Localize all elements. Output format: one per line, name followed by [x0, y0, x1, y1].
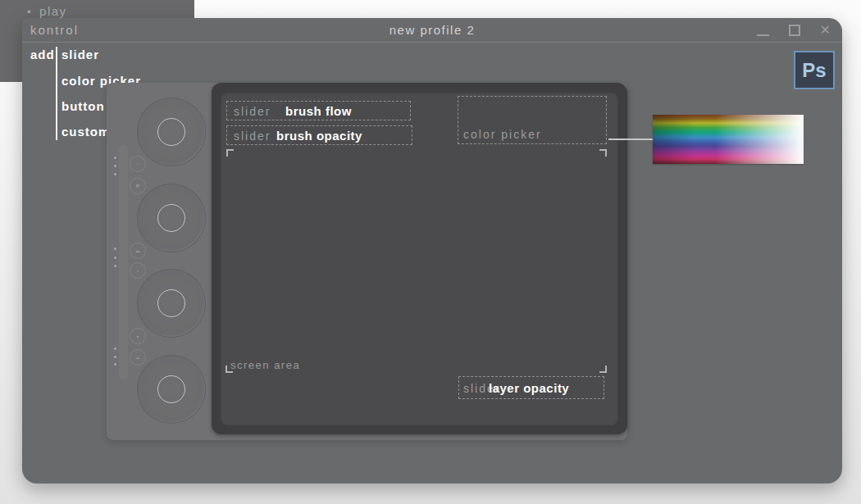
drop-zone-color-picker[interactable]: color picker [458, 96, 607, 144]
device-button-6[interactable]: ▵ [130, 349, 146, 366]
add-menu-item-button[interactable]: button [61, 99, 105, 113]
window-controls: ✕ [757, 18, 831, 43]
bullet-icon: • [27, 6, 32, 18]
square-icon: ▫ [137, 268, 139, 274]
photoshop-icon-label: Ps [802, 59, 826, 82]
zone-assignment-label: layer opacity [489, 381, 569, 395]
led-dot [114, 347, 116, 350]
add-menu-item-custom[interactable]: custom [61, 125, 110, 138]
menu-item-play-label: play [39, 4, 67, 18]
screen-area-label: screen area [230, 359, 300, 371]
device-side-strip [119, 145, 128, 379]
led-dot [114, 247, 116, 250]
knob-2[interactable] [137, 184, 206, 252]
knob-2-cap [157, 204, 185, 232]
color-gradient-preview [653, 115, 803, 164]
selection-corner-top-right [599, 149, 607, 157]
dot-icon: • [137, 334, 139, 339]
drop-zone-brush-flow[interactable]: slider brush flow [226, 101, 411, 120]
drop-zone-layer-opacity[interactable]: slider layer opacity [458, 376, 604, 399]
add-menu-label[interactable]: add [30, 48, 55, 61]
led-dot [114, 165, 116, 167]
close-button[interactable]: ✕ [820, 24, 831, 37]
device-button-5[interactable]: • [130, 328, 146, 344]
kontrol-window: kontrol new profile 2 ✕ add slider color… [22, 18, 842, 484]
device-button-1[interactable]: ∴ [130, 156, 146, 172]
led-dot [114, 173, 116, 175]
led-dot [114, 157, 116, 159]
screen-bezel: slider brush flow slider brush opacity c… [212, 83, 627, 434]
selection-corner-bottom-right [599, 366, 607, 373]
drop-zone-brush-opacity[interactable]: slider brush opacity [226, 125, 412, 145]
knob-3-cap [157, 289, 185, 317]
connector-line [608, 138, 654, 140]
add-menu-divider [56, 47, 57, 140]
titlebar: kontrol new profile 2 ✕ [22, 18, 842, 43]
photoshop-icon[interactable]: Ps [794, 51, 835, 89]
knob-3[interactable] [137, 269, 206, 338]
led-dot [114, 265, 116, 267]
device-button-3[interactable]: •• [130, 243, 146, 259]
two-dots-icon: •• [136, 248, 140, 254]
dots-icon: ∴ [136, 161, 139, 167]
knob-1[interactable] [137, 98, 206, 166]
minimize-button[interactable] [757, 34, 769, 36]
knob-4[interactable] [137, 355, 206, 424]
menu-item-play[interactable]: •play [27, 4, 67, 18]
window-title: new profile 2 [22, 23, 842, 37]
device-screen: slider brush flow slider brush opacity c… [221, 92, 618, 425]
add-menu-item-slider[interactable]: slider [61, 48, 99, 61]
asterisk-icon: ✳ [135, 183, 140, 189]
device-button-2[interactable]: ✳ [130, 178, 146, 194]
triangle-icon: ▵ [136, 354, 139, 361]
device-button-4[interactable]: ▫ [130, 262, 146, 279]
zone-assignment-label: brush opacity [227, 129, 412, 143]
knob-1-cap [157, 118, 185, 146]
controller-device: ∴ ✳ •• ▫ • ▵ slider brush flow slider br… [107, 83, 627, 440]
zone-assignment-label: brush flow [227, 104, 410, 118]
selection-corner-top-left [226, 149, 234, 157]
maximize-button[interactable] [789, 25, 800, 36]
led-dot [114, 363, 116, 366]
zone-type-label: color picker [463, 128, 542, 141]
led-dot [114, 257, 116, 259]
led-dot [114, 356, 116, 358]
knob-4-cap [157, 375, 185, 403]
